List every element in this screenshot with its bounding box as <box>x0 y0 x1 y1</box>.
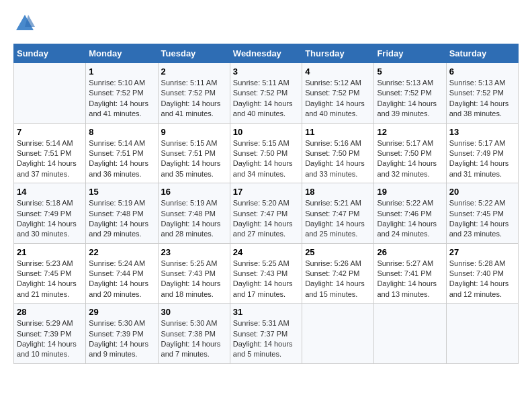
logo-icon <box>15 13 35 34</box>
header-cell-friday: Friday <box>374 44 446 63</box>
calendar-cell: 9Sunrise: 5:15 AM Sunset: 7:51 PM Daylig… <box>158 123 230 183</box>
calendar-cell <box>302 304 374 364</box>
calendar-cell: 1Sunrise: 5:10 AM Sunset: 7:52 PM Daylig… <box>86 63 158 124</box>
day-detail: Sunrise: 5:30 AM Sunset: 7:38 PM Dayligh… <box>161 318 227 360</box>
calendar-cell: 24Sunrise: 5:25 AM Sunset: 7:43 PM Dayli… <box>230 243 302 304</box>
day-number: 29 <box>89 307 154 317</box>
day-number: 5 <box>377 66 443 77</box>
day-number: 21 <box>17 247 83 257</box>
day-detail: Sunrise: 5:24 AM Sunset: 7:44 PM Dayligh… <box>89 259 154 300</box>
day-number: 23 <box>161 247 227 257</box>
day-detail: Sunrise: 5:11 AM Sunset: 7:52 PM Dayligh… <box>161 78 227 120</box>
calendar-cell: 30Sunrise: 5:30 AM Sunset: 7:38 PM Dayli… <box>158 304 230 364</box>
calendar-cell: 10Sunrise: 5:15 AM Sunset: 7:50 PM Dayli… <box>230 123 302 183</box>
day-detail: Sunrise: 5:25 AM Sunset: 7:43 PM Dayligh… <box>161 259 227 300</box>
day-number: 4 <box>305 66 371 77</box>
day-detail: Sunrise: 5:17 AM Sunset: 7:50 PM Dayligh… <box>377 138 443 180</box>
day-detail: Sunrise: 5:19 AM Sunset: 7:48 PM Dayligh… <box>161 198 227 240</box>
day-detail: Sunrise: 5:30 AM Sunset: 7:39 PM Dayligh… <box>89 318 154 360</box>
calendar-cell: 21Sunrise: 5:23 AM Sunset: 7:45 PM Dayli… <box>14 243 86 304</box>
calendar-cell: 17Sunrise: 5:20 AM Sunset: 7:47 PM Dayli… <box>230 183 302 244</box>
day-number: 10 <box>233 127 299 137</box>
week-row-3: 21Sunrise: 5:23 AM Sunset: 7:45 PM Dayli… <box>14 243 519 304</box>
calendar-cell: 20Sunrise: 5:22 AM Sunset: 7:45 PM Dayli… <box>446 183 518 244</box>
calendar-cell: 13Sunrise: 5:17 AM Sunset: 7:49 PM Dayli… <box>446 123 518 183</box>
day-detail: Sunrise: 5:14 AM Sunset: 7:51 PM Dayligh… <box>89 138 154 180</box>
page-header <box>13 13 519 37</box>
calendar-table: SundayMondayTuesdayWednesdayThursdayFrid… <box>13 44 519 364</box>
day-number: 3 <box>233 66 299 77</box>
day-number: 8 <box>89 127 154 137</box>
day-number: 28 <box>17 307 83 317</box>
logo <box>13 13 35 37</box>
calendar-cell <box>446 304 518 364</box>
calendar-cell: 31Sunrise: 5:31 AM Sunset: 7:37 PM Dayli… <box>230 304 302 364</box>
header-cell-tuesday: Tuesday <box>158 44 230 63</box>
day-detail: Sunrise: 5:16 AM Sunset: 7:50 PM Dayligh… <box>305 138 371 180</box>
day-detail: Sunrise: 5:13 AM Sunset: 7:52 PM Dayligh… <box>449 78 515 120</box>
day-number: 6 <box>449 66 515 77</box>
day-number: 12 <box>377 127 443 137</box>
calendar-cell: 18Sunrise: 5:21 AM Sunset: 7:47 PM Dayli… <box>302 183 374 244</box>
calendar-cell: 5Sunrise: 5:13 AM Sunset: 7:52 PM Daylig… <box>374 63 446 124</box>
day-detail: Sunrise: 5:12 AM Sunset: 7:52 PM Dayligh… <box>305 78 371 120</box>
calendar-cell: 19Sunrise: 5:22 AM Sunset: 7:46 PM Dayli… <box>374 183 446 244</box>
day-detail: Sunrise: 5:17 AM Sunset: 7:49 PM Dayligh… <box>449 138 515 180</box>
week-row-0: 1Sunrise: 5:10 AM Sunset: 7:52 PM Daylig… <box>14 63 519 124</box>
day-detail: Sunrise: 5:10 AM Sunset: 7:52 PM Dayligh… <box>89 78 154 120</box>
day-detail: Sunrise: 5:27 AM Sunset: 7:41 PM Dayligh… <box>377 259 443 300</box>
calendar-cell <box>14 63 86 124</box>
header-cell-wednesday: Wednesday <box>230 44 302 63</box>
day-detail: Sunrise: 5:21 AM Sunset: 7:47 PM Dayligh… <box>305 198 371 240</box>
calendar-cell: 28Sunrise: 5:29 AM Sunset: 7:39 PM Dayli… <box>14 304 86 364</box>
day-number: 27 <box>449 247 515 257</box>
calendar-cell: 8Sunrise: 5:14 AM Sunset: 7:51 PM Daylig… <box>86 123 158 183</box>
day-number: 18 <box>305 187 371 197</box>
day-number: 25 <box>305 247 371 257</box>
day-number: 9 <box>161 127 227 137</box>
day-number: 20 <box>449 187 515 197</box>
calendar-cell: 16Sunrise: 5:19 AM Sunset: 7:48 PM Dayli… <box>158 183 230 244</box>
day-number: 26 <box>377 247 443 257</box>
day-detail: Sunrise: 5:29 AM Sunset: 7:39 PM Dayligh… <box>17 318 83 360</box>
calendar-cell: 2Sunrise: 5:11 AM Sunset: 7:52 PM Daylig… <box>158 63 230 124</box>
day-detail: Sunrise: 5:31 AM Sunset: 7:37 PM Dayligh… <box>233 318 299 360</box>
header-cell-sunday: Sunday <box>14 44 86 63</box>
calendar-cell: 6Sunrise: 5:13 AM Sunset: 7:52 PM Daylig… <box>446 63 518 124</box>
day-number: 17 <box>233 187 299 197</box>
header-cell-thursday: Thursday <box>302 44 374 63</box>
header-cell-monday: Monday <box>86 44 158 63</box>
day-number: 24 <box>233 247 299 257</box>
day-detail: Sunrise: 5:22 AM Sunset: 7:45 PM Dayligh… <box>449 198 515 240</box>
calendar-cell: 12Sunrise: 5:17 AM Sunset: 7:50 PM Dayli… <box>374 123 446 183</box>
day-detail: Sunrise: 5:20 AM Sunset: 7:47 PM Dayligh… <box>233 198 299 240</box>
day-detail: Sunrise: 5:14 AM Sunset: 7:51 PM Dayligh… <box>17 138 83 180</box>
day-detail: Sunrise: 5:11 AM Sunset: 7:52 PM Dayligh… <box>233 78 299 120</box>
calendar-cell: 11Sunrise: 5:16 AM Sunset: 7:50 PM Dayli… <box>302 123 374 183</box>
calendar-body: 1Sunrise: 5:10 AM Sunset: 7:52 PM Daylig… <box>14 63 519 364</box>
day-number: 11 <box>305 127 371 137</box>
calendar-cell: 4Sunrise: 5:12 AM Sunset: 7:52 PM Daylig… <box>302 63 374 124</box>
calendar-cell: 7Sunrise: 5:14 AM Sunset: 7:51 PM Daylig… <box>14 123 86 183</box>
day-number: 7 <box>17 127 83 137</box>
logo-text <box>13 13 35 37</box>
day-number: 16 <box>161 187 227 197</box>
calendar-cell: 29Sunrise: 5:30 AM Sunset: 7:39 PM Dayli… <box>86 304 158 364</box>
day-detail: Sunrise: 5:28 AM Sunset: 7:40 PM Dayligh… <box>449 259 515 300</box>
week-row-2: 14Sunrise: 5:18 AM Sunset: 7:49 PM Dayli… <box>14 183 519 244</box>
calendar-cell: 14Sunrise: 5:18 AM Sunset: 7:49 PM Dayli… <box>14 183 86 244</box>
calendar-cell: 27Sunrise: 5:28 AM Sunset: 7:40 PM Dayli… <box>446 243 518 304</box>
day-detail: Sunrise: 5:26 AM Sunset: 7:42 PM Dayligh… <box>305 259 371 300</box>
day-number: 13 <box>449 127 515 137</box>
day-detail: Sunrise: 5:25 AM Sunset: 7:43 PM Dayligh… <box>233 259 299 300</box>
calendar-cell: 25Sunrise: 5:26 AM Sunset: 7:42 PM Dayli… <box>302 243 374 304</box>
week-row-1: 7Sunrise: 5:14 AM Sunset: 7:51 PM Daylig… <box>14 123 519 183</box>
day-detail: Sunrise: 5:22 AM Sunset: 7:46 PM Dayligh… <box>377 198 443 240</box>
calendar-cell: 23Sunrise: 5:25 AM Sunset: 7:43 PM Dayli… <box>158 243 230 304</box>
day-detail: Sunrise: 5:13 AM Sunset: 7:52 PM Dayligh… <box>377 78 443 120</box>
calendar-cell: 26Sunrise: 5:27 AM Sunset: 7:41 PM Dayli… <box>374 243 446 304</box>
day-detail: Sunrise: 5:19 AM Sunset: 7:48 PM Dayligh… <box>89 198 154 240</box>
calendar-cell: 22Sunrise: 5:24 AM Sunset: 7:44 PM Dayli… <box>86 243 158 304</box>
week-row-4: 28Sunrise: 5:29 AM Sunset: 7:39 PM Dayli… <box>14 304 519 364</box>
header-cell-saturday: Saturday <box>446 44 518 63</box>
